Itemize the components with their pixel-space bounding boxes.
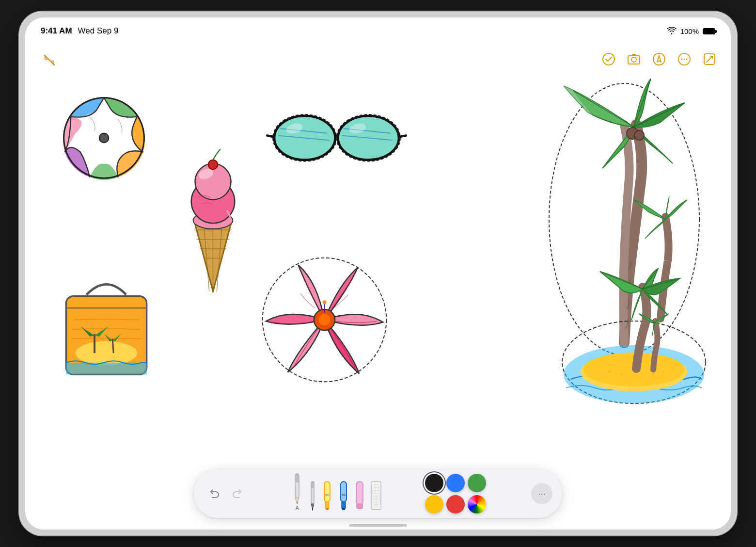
drawing-tools-section: A: [289, 475, 383, 513]
wifi-icon: [667, 27, 677, 35]
svg-rect-92: [357, 504, 362, 509]
pen-tool[interactable]: [308, 481, 317, 511]
status-right: 100%: [667, 27, 715, 35]
svg-line-36: [573, 91, 634, 127]
ipad-screen: 9:41 AM Wed Sep 9 100%: [25, 17, 731, 530]
home-indicator: [349, 524, 407, 527]
svg-point-40: [634, 130, 644, 140]
svg-point-61: [319, 314, 331, 326]
svg-rect-85: [326, 508, 329, 510]
status-time: 9:41 AM: [41, 26, 72, 36]
ipad-frame: 9:41 AM Wed Sep 9 100%: [19, 12, 737, 535]
color-palette: [425, 474, 486, 514]
svg-point-11: [684, 59, 685, 60]
status-date: Wed Sep 9: [78, 26, 119, 36]
redo-button[interactable]: [227, 483, 248, 504]
bottom-toolbar: A: [194, 469, 562, 518]
svg-rect-76: [295, 474, 299, 483]
pencil-a-tool[interactable]: A: [289, 473, 305, 511]
more-options-button[interactable]: [677, 51, 692, 67]
marker-yellow-tool[interactable]: 80: [320, 481, 334, 511]
svg-rect-87: [341, 482, 346, 502]
hibiscus-drawing: [255, 251, 394, 389]
tropical-island-drawing: [556, 268, 711, 408]
ruler-tool[interactable]: [369, 481, 383, 511]
color-black[interactable]: [425, 474, 443, 492]
svg-point-12: [686, 59, 688, 60]
status-bar: 9:41 AM Wed Sep 9 100%: [25, 17, 731, 45]
svg-line-31: [267, 136, 274, 137]
svg-line-32: [399, 136, 406, 137]
svg-rect-91: [356, 482, 363, 505]
svg-point-52: [208, 160, 218, 170]
undo-redo-section: [204, 483, 248, 504]
color-red[interactable]: [446, 495, 465, 514]
svg-text:80: 80: [325, 493, 329, 497]
svg-point-18: [99, 133, 109, 143]
ice-cream-drawing: [166, 144, 260, 297]
svg-point-74: [662, 371, 664, 373]
sunglasses-drawing: [265, 100, 408, 171]
svg-rect-80: [311, 482, 314, 488]
svg-point-6: [631, 57, 636, 62]
svg-point-10: [681, 59, 683, 60]
svg-point-4: [603, 53, 614, 65]
undo-button[interactable]: [204, 483, 225, 504]
navigation-button[interactable]: [651, 51, 667, 67]
status-left: 9:41 AM Wed Sep 9: [41, 26, 118, 36]
done-button[interactable]: [601, 51, 616, 67]
camera-button[interactable]: [626, 51, 642, 67]
beach-ball-drawing: [57, 91, 151, 185]
beach-bag-drawing: [52, 265, 161, 384]
marker-blue-tool[interactable]: 50: [337, 481, 350, 511]
toolbar-top-right: [601, 51, 717, 67]
color-yellow[interactable]: [425, 495, 443, 514]
canvas-area[interactable]: [25, 45, 731, 530]
svg-line-14: [707, 56, 712, 62]
color-multicolor[interactable]: [468, 495, 486, 514]
svg-rect-88: [342, 502, 346, 509]
svg-point-63: [323, 300, 327, 304]
svg-marker-8: [657, 55, 661, 62]
edit-button[interactable]: [702, 51, 717, 67]
svg-point-73: [652, 372, 655, 375]
eraser-tool[interactable]: [353, 481, 366, 511]
svg-point-71: [608, 370, 611, 373]
color-green[interactable]: [468, 474, 486, 492]
svg-rect-84: [325, 502, 329, 509]
battery-percentage: 100%: [680, 27, 699, 35]
color-blue[interactable]: [446, 474, 465, 492]
more-tools-button[interactable]: ···: [531, 483, 552, 504]
svg-point-72: [621, 373, 623, 375]
svg-line-58: [112, 339, 113, 353]
svg-rect-83: [324, 482, 330, 502]
toolbar-top-left: [41, 51, 58, 69]
svg-text:50: 50: [342, 493, 346, 497]
svg-rect-89: [342, 508, 345, 510]
collapse-button[interactable]: [41, 51, 58, 69]
